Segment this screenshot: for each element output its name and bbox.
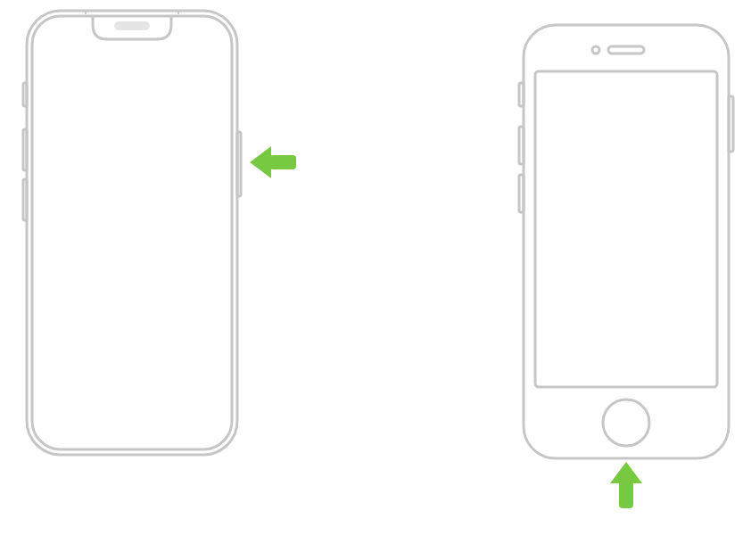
home-button-icon (603, 399, 649, 446)
svg-rect-13 (729, 96, 733, 152)
svg-rect-11 (519, 127, 524, 164)
arrow-up-icon (605, 460, 658, 514)
svg-rect-14 (619, 482, 633, 508)
svg-rect-8 (524, 25, 729, 458)
diagram-canvas (0, 0, 743, 560)
svg-rect-12 (519, 175, 524, 212)
front-camera-icon (592, 46, 599, 54)
svg-rect-9 (535, 71, 717, 387)
earpiece-icon (608, 46, 644, 54)
svg-rect-10 (519, 83, 524, 106)
